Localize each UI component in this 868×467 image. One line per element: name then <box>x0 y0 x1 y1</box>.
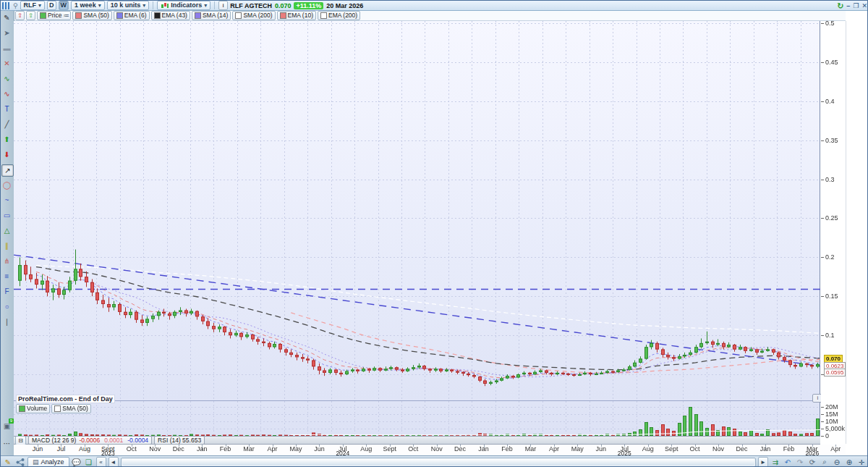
pitchfork-tool[interactable]: ⋔ <box>1 256 12 266</box>
indicator-chip-label: SMA (200) <box>243 12 272 20</box>
rsi-chip[interactable]: RSI (14) 55.653 <box>154 436 205 445</box>
axis-tick-mark <box>821 140 824 141</box>
arrow-tool[interactable]: ↗ <box>1 164 14 177</box>
fib-retracement-tool[interactable]: ≡ <box>1 271 12 282</box>
fib-expansion-tool[interactable]: F <box>1 286 12 297</box>
pattern-detect2-tool[interactable]: ∿ <box>1 88 12 99</box>
top-toolbar: ⚲ RLF D W 1 week 10 k units Indicators i… <box>1 1 868 11</box>
indicator-chip-sma-14[interactable]: SMA (14) <box>192 11 231 20</box>
price-tick-label: 0.2 <box>825 253 835 261</box>
scroll-right-button[interactable]: ► <box>758 457 768 467</box>
instrument-info-icon[interactable]: i <box>218 1 228 10</box>
collapse-button[interactable]: « <box>96 457 106 467</box>
measure-tool[interactable]: ○ <box>1 301 12 312</box>
vertical-line-tool[interactable]: ∣ <box>1 316 12 327</box>
indicator-chip-sma-200[interactable]: SMA (200) <box>232 11 275 20</box>
toolbar-separator <box>153 1 153 9</box>
axis-tick-mark <box>821 218 824 219</box>
arrow-down-tool[interactable]: ⬇ <box>1 149 12 160</box>
timeframe-button[interactable]: 1 week <box>71 1 105 10</box>
volume-sma-chip[interactable]: SMA (50) <box>51 404 90 413</box>
share-icon[interactable] <box>15 458 25 467</box>
eraser-tool[interactable]: ▬ <box>1 43 12 54</box>
macd-value: 0.0001 <box>104 437 123 444</box>
month-label: Dec <box>454 445 466 453</box>
volume-tick-label: 0 <box>825 432 829 439</box>
volume-sma-swatch <box>54 405 61 412</box>
indicator-chip-ema-10[interactable]: EMA (10) <box>277 11 316 20</box>
chat-icon[interactable]: 💬 <box>72 458 82 467</box>
units-button[interactable]: 10 k units <box>107 1 150 10</box>
alert-count-badge: 9 <box>9 418 14 424</box>
segment-tool[interactable]: ╱ <box>1 119 12 130</box>
indicator-chip-label: SMA (50) <box>83 12 109 20</box>
volume-swatch <box>19 405 25 412</box>
price-chip-label: Price <box>48 12 61 20</box>
restore-button[interactable]: ❐ <box>853 2 859 9</box>
price-chip[interactable]: Price ≔ <box>37 11 71 20</box>
sell-arrow-button[interactable]: ⇧ <box>15 11 25 20</box>
price-axis[interactable]: 0.50.450.40.350.30.250.20.150.10.0520M15… <box>821 21 868 444</box>
indicators-button[interactable]: Indicators <box>157 1 210 10</box>
zoom-fit-icon[interactable]: ⌕ <box>820 458 830 467</box>
undo-icon[interactable]: ↶ <box>783 458 793 467</box>
time-scrollbar[interactable] <box>121 458 756 467</box>
indicator-chip-ema-6[interactable]: EMA (6) <box>114 11 150 20</box>
weekly-button[interactable]: W <box>59 1 69 10</box>
text-tool[interactable]: T <box>1 104 12 114</box>
drawing-toolbar: ✎➤▬✕∿∿T╱⬆⬇↗◯~▭△∥⋔≡F○∣▣9⋯ <box>1 11 14 455</box>
indicator-chip-ema-43[interactable]: EMA (43) <box>151 11 190 20</box>
daily-button[interactable]: D <box>47 1 56 10</box>
reload-history-icon[interactable]: ⟳ <box>807 458 817 467</box>
axis-tick-mark <box>821 407 824 408</box>
axis-tick-mark <box>821 429 824 429</box>
time-axis[interactable]: JunJulAugSept2023OctNovDecJanFebMarAprMa… <box>14 445 846 456</box>
price-chart-canvas[interactable] <box>14 21 820 436</box>
rectangle-tool[interactable]: ▭ <box>1 210 12 221</box>
prorealtime-window: ⚲ RLF D W 1 week 10 k units Indicators i… <box>0 0 868 467</box>
ellipse-tool[interactable]: ◯ <box>1 180 12 190</box>
cursor-tool[interactable]: ➤ <box>1 28 12 38</box>
more-tools[interactable]: ⋯ <box>1 438 12 449</box>
chart-area[interactable]: ProRealTime.com - End of Day Volume SMA … <box>14 21 820 436</box>
alerts-tool[interactable]: ▣9 <box>1 421 12 432</box>
indicator-chip-ema-200[interactable]: EMA (200) <box>318 11 360 20</box>
app-chart-icon[interactable] <box>2 2 11 9</box>
multi-line-tool[interactable]: ✕ <box>1 58 12 69</box>
pencil-tool[interactable]: ✎ <box>1 12 12 23</box>
draw-palette-icon[interactable]: ✎ <box>3 458 13 467</box>
minimize-button[interactable]: – <box>846 2 850 9</box>
indicator-swatch <box>75 12 82 19</box>
month-label: Jan <box>478 445 489 453</box>
macd-chip[interactable]: MACD (12 26 9) -0.00060.0001-0.0004 <box>28 436 152 445</box>
pan-icon[interactable]: ✛ <box>856 458 867 467</box>
pane-layout-icon[interactable]: ⊟ <box>15 436 26 445</box>
toolbar-separator <box>214 1 215 9</box>
pattern-detect-tool[interactable]: ∿ <box>1 73 12 84</box>
channel-tool[interactable]: ∥ <box>1 240 12 251</box>
indicator-chip-label: EMA (6) <box>124 12 147 20</box>
refresh-icon[interactable]: ↻ <box>837 2 843 9</box>
triangle-tool[interactable]: △ <box>1 225 12 236</box>
buy-arrow-button[interactable]: ⇧ <box>26 11 35 20</box>
symbol-button[interactable]: RLF <box>20 1 46 10</box>
scroll-left-button[interactable]: ◄ <box>109 457 119 467</box>
month-label: Jan <box>760 445 771 453</box>
close-button[interactable]: ✕ <box>861 2 867 9</box>
redo-icon[interactable]: ↷ <box>795 458 805 467</box>
month-label: Jan <box>197 445 208 453</box>
scrollbar-thumb[interactable] <box>122 459 754 466</box>
date-range-icon[interactable]: ⇉ <box>770 458 780 467</box>
workspace-key-icon[interactable]: ⚲ <box>13 2 18 9</box>
zoom-out-icon[interactable]: ⊖ <box>832 458 842 467</box>
volume-chip[interactable]: Volume <box>16 404 50 413</box>
volume-tick-label: 10M <box>825 418 838 425</box>
tab-analyze[interactable]: ▤ Analyze <box>27 457 69 467</box>
zoom-in-icon[interactable]: ⊕ <box>844 458 854 467</box>
windows-icon[interactable]: ❏ <box>84 458 94 467</box>
arrow-up-tool[interactable]: ⬆ <box>1 134 12 145</box>
curve-tool[interactable]: ~ <box>1 195 12 206</box>
axis-tick-mark <box>821 414 824 415</box>
indicator-status-bar: ⊟ MACD (12 26 9) -0.00060.0001-0.0004 RS… <box>14 436 820 445</box>
indicator-chip-sma-50[interactable]: SMA (50) <box>72 11 111 20</box>
